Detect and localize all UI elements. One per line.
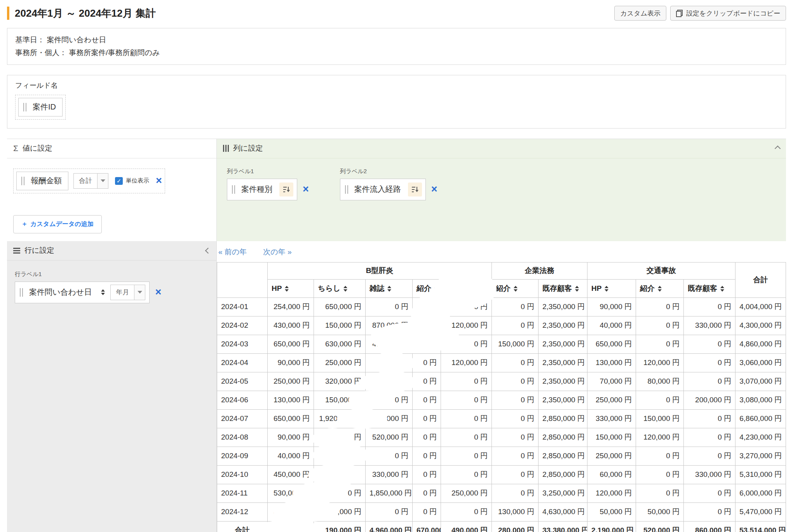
value-field-drop-area: 報酬金額 合計 ✓ 単位表示 ×: [13, 169, 165, 193]
row-field-chip[interactable]: 案件問い合わせ日 年月: [15, 282, 150, 303]
collapse-up-icon[interactable]: [775, 145, 781, 151]
row-label: 2024-05: [217, 372, 268, 391]
sort-toggle-icon: [605, 286, 608, 292]
sub-column-header[interactable]: 既存顧客: [539, 279, 587, 297]
field-chip-case-id[interactable]: 案件ID: [18, 98, 63, 116]
drag-handle-icon[interactable]: [227, 179, 240, 200]
numeric-sort-icon[interactable]: [408, 183, 422, 196]
value-cell: 0 円: [636, 335, 684, 353]
drag-handle-icon[interactable]: [19, 98, 31, 116]
value-cell: 0 円: [366, 297, 413, 316]
granularity-select[interactable]: 年月: [110, 285, 145, 300]
sort-toggle-icon: [285, 286, 289, 292]
value-cell: 0 円: [413, 502, 441, 521]
values-panel: Σ 値に設定 報酬金額 合計 ✓: [7, 139, 216, 241]
drag-handle-icon[interactable]: [15, 282, 28, 303]
sub-column-header[interactable]: HP: [268, 279, 314, 297]
drag-handle-icon[interactable]: [340, 179, 353, 200]
value-cell: 50,000 円: [636, 502, 684, 521]
column-total-cell: 280,000 円: [492, 521, 539, 532]
value-cell: 254,000 円: [268, 297, 314, 316]
value-cell: 0 円: [413, 447, 441, 465]
row-total-cell: 4,860,000 円: [735, 335, 786, 353]
column-total-cell: 490,000 円: [441, 521, 492, 532]
prev-year-link[interactable]: « 前の年: [218, 247, 247, 257]
value-cell: 150,000 円: [492, 335, 539, 353]
sub-column-header[interactable]: 既存顧客: [441, 279, 492, 297]
sub-column-header[interactable]: 紹介: [492, 279, 539, 297]
value-cell: 0 円: [684, 353, 735, 372]
value-cell: 0 円: [441, 465, 492, 484]
value-cell: 650,000 円: [587, 335, 636, 353]
pivot-table-wrap: B型肝炎企業法務交通事故合計HPちらし雑誌紹介既存顧客紹介既存顧客HP紹介既存顧…: [217, 262, 786, 532]
copy-settings-button[interactable]: 設定をクリップボードにコピー: [670, 6, 786, 21]
collapse-left-icon[interactable]: [205, 247, 211, 254]
value-cell: 430,000 円: [268, 316, 314, 335]
value-cell: 0 円: [413, 335, 441, 353]
value-cell: 0 円: [492, 409, 539, 428]
value-cell: 330,000 円: [366, 465, 413, 484]
value-field-chip[interactable]: 報酬金額: [16, 172, 68, 190]
rows-panel-title: 行に設定: [24, 245, 54, 256]
drag-handle-icon[interactable]: [17, 172, 29, 190]
column-field-chip[interactable]: 案件種別: [227, 179, 297, 200]
value-cell: 0 円: [413, 391, 441, 409]
values-panel-body: 報酬金額 合計 ✓ 単位表示 ×: [7, 158, 216, 233]
row-total-cell: 3,070,000 円: [735, 372, 786, 391]
next-year-link[interactable]: 次の年 »: [263, 247, 291, 257]
value-cell: 0 円: [366, 353, 413, 372]
page: 2024年1月 ～ 2024年12月 集計 カスタム表示 設定をクリップボードに…: [0, 0, 793, 532]
sort-toggle-icon: [478, 286, 481, 292]
sub-column-header[interactable]: 紹介: [636, 279, 684, 297]
table-row: 2024-03650,000 円630,000 円430,000 円0 円0 円…: [217, 335, 786, 353]
value-cell: 2,350,000 円: [539, 335, 587, 353]
row-label: 2024-07: [217, 409, 268, 428]
columns-panel-title: 列に設定: [233, 143, 263, 153]
row-total-cell: 3,080,000 円: [735, 391, 786, 409]
custom-display-button[interactable]: カスタム表示: [614, 6, 666, 21]
row-total-cell: 6,000,000 円: [735, 484, 786, 502]
sub-column-header[interactable]: ちらし: [314, 279, 366, 297]
value-cell: 0 円: [492, 447, 539, 465]
value-cell: 0 円: [314, 484, 366, 502]
workspace: Σ 値に設定 報酬金額 合計 ✓: [7, 139, 786, 532]
remove-row-field-button[interactable]: ×: [155, 287, 161, 297]
sub-column-header[interactable]: 既存顧客: [684, 279, 735, 297]
remove-column-field-button[interactable]: ×: [431, 184, 437, 195]
sub-column-header[interactable]: HP: [587, 279, 636, 297]
criteria-value: 案件問い合わせ日: [47, 36, 106, 44]
sub-column-header[interactable]: 雑誌: [366, 279, 413, 297]
table-row: 2024-05250,000 円320,000 円0 円0 円0 円0 円2,3…: [217, 372, 786, 391]
column-total-cell: 860,000 円: [684, 521, 735, 532]
table-row: 2024-0940,000 円130,000 円0 円0 円0 円0 円2,85…: [217, 447, 786, 465]
value-cell: 410,000 円: [268, 502, 314, 521]
select-arrow: [134, 285, 145, 300]
aggregation-select[interactable]: 合計: [73, 173, 108, 189]
remove-value-field-button[interactable]: ×: [156, 176, 162, 186]
value-cell: 0 円: [492, 391, 539, 409]
sub-column-header[interactable]: 紹介: [413, 279, 441, 297]
value-cell: 320,000 円: [314, 372, 366, 391]
row-label: 2024-12: [217, 502, 268, 521]
row-label: 2024-03: [217, 335, 268, 353]
unit-display-checkbox-group[interactable]: ✓ 単位表示: [115, 177, 149, 185]
title-bar-buttons: カスタム表示 設定をクリップボードにコピー: [614, 6, 786, 21]
numeric-sort-icon[interactable]: [279, 183, 293, 196]
sort-toggle-icon[interactable]: [101, 289, 105, 295]
value-cell: 0 円: [413, 409, 441, 428]
row-total-cell: 4,300,000 円: [735, 316, 786, 335]
rows-icon: [13, 248, 20, 254]
value-cell: 0 円: [684, 297, 735, 316]
value-cell: 250,000 円: [441, 484, 492, 502]
value-cell: 0 円: [492, 316, 539, 335]
row-total-cell: 4,004,000 円: [735, 297, 786, 316]
value-cell: 250,000 円: [314, 353, 366, 372]
column-slot-1: 列ラベル1 案件種別 ×: [227, 168, 309, 200]
add-custom-data-button[interactable]: ＋ カスタムデータの追加: [13, 215, 102, 233]
page-title: 2024年1月 ～ 2024年12月 集計: [15, 7, 156, 20]
column-group-header: 交通事故: [587, 262, 735, 279]
column-field-chip[interactable]: 案件流入経路: [340, 179, 426, 200]
value-cell: 500,000 円: [314, 428, 366, 447]
unit-display-checkbox[interactable]: ✓: [115, 177, 123, 185]
remove-column-field-button[interactable]: ×: [303, 184, 309, 195]
